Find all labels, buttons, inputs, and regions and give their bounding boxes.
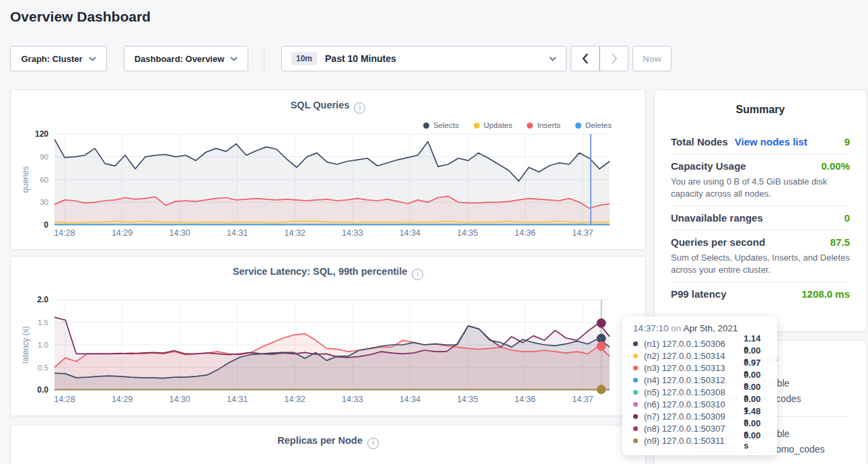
qps-subtext: Sum of Selects, Updates, Inserts, and De…	[671, 252, 850, 275]
svg-text:90: 90	[40, 153, 48, 161]
svg-text:0: 0	[44, 220, 48, 230]
service-latency-chart[interactable]: 0.00.51.01.52.0latency (s)14:2814:2914:3…	[11, 257, 645, 416]
time-range-badge: 10m	[291, 52, 317, 65]
summary-label: Total Nodes	[671, 136, 728, 147]
summary-label: Unavailable ranges	[671, 212, 763, 224]
summary-title: Summary	[671, 104, 850, 116]
sql-queries-card: SQL Queriesi Selects Updates Inserts Del…	[10, 90, 646, 250]
summary-label: Queries per second	[671, 236, 765, 248]
time-step-buttons	[571, 46, 628, 71]
svg-text:0.5: 0.5	[38, 364, 48, 372]
toolbar-divider	[264, 46, 264, 71]
overview-dashboard-page: Overview Dashboard Graph: Cluster Dashbo…	[0, 0, 868, 464]
svg-text:14:34: 14:34	[400, 228, 421, 238]
summary-panel: Summary Total Nodes View nodes list 9 Ca…	[654, 90, 867, 332]
svg-text:14:30: 14:30	[169, 228, 190, 238]
svg-text:14:33: 14:33	[342, 228, 363, 238]
replicas-per-node-card: Replicas per Nodei	[10, 425, 646, 464]
svg-text:30: 30	[40, 198, 48, 206]
svg-text:latency (s): latency (s)	[21, 326, 30, 363]
graph-dropdown[interactable]: Graph: Cluster	[10, 46, 107, 71]
svg-text:14:35: 14:35	[457, 228, 478, 238]
chevron-down-icon	[89, 57, 96, 61]
chart-title-text: Replicas per Node	[277, 435, 363, 446]
svg-text:14:34: 14:34	[400, 395, 421, 404]
divider	[671, 281, 850, 282]
svg-text:14:31: 14:31	[227, 395, 248, 404]
page-title: Overview Dashboard	[10, 9, 151, 25]
now-button[interactable]: Now	[632, 46, 672, 71]
svg-text:14:31: 14:31	[227, 228, 248, 238]
view-nodes-list-link[interactable]: View nodes list	[735, 136, 807, 147]
svg-text:2.0: 2.0	[37, 295, 48, 304]
dashboard-dropdown-label: Dashboard: Overview	[135, 54, 225, 64]
divider	[671, 154, 850, 154]
svg-text:14:33: 14:33	[342, 395, 363, 404]
svg-text:14:30: 14:30	[169, 395, 190, 404]
svg-text:14:29: 14:29	[112, 228, 133, 238]
svg-text:0.0: 0.0	[37, 385, 48, 395]
svg-text:14:29: 14:29	[112, 395, 133, 404]
divider	[671, 416, 850, 417]
capacity-subtext: You are using 0 B of 4.5 GiB usable disk…	[671, 176, 850, 199]
svg-text:14:28: 14:28	[54, 228, 75, 238]
summary-value: 1208.0 ms	[801, 288, 850, 300]
summary-label: Capacity Usage	[671, 160, 746, 172]
chevron-down-icon	[230, 57, 238, 61]
summary-value: 0	[844, 212, 850, 224]
svg-text:14:32: 14:32	[285, 228, 305, 238]
svg-text:60: 60	[40, 176, 48, 184]
summary-value: 87.5	[830, 236, 850, 248]
time-range-selector[interactable]: 10m Past 10 Minutes	[281, 46, 567, 71]
info-icon[interactable]: i	[367, 438, 379, 449]
time-range-label: Past 10 Minutes	[325, 53, 396, 64]
next-time-button[interactable]	[600, 46, 628, 71]
svg-text:14:35: 14:35	[457, 395, 478, 404]
svg-text:1.5: 1.5	[38, 319, 48, 327]
service-latency-card: Service Latency: SQL, 99th percentilei 0…	[10, 256, 646, 416]
summary-row-capacity: Capacity Usage 0.00%	[671, 160, 850, 172]
divider	[671, 230, 850, 230]
replicas-per-node-title: Replicas per Nodei	[11, 435, 645, 449]
summary-row-qps: Queries per second 87.5	[671, 236, 850, 248]
svg-text:14:37: 14:37	[572, 228, 593, 238]
summary-row-p99: P99 latency 1208.0 ms	[671, 288, 850, 300]
chevron-down-icon	[549, 57, 556, 61]
graph-dropdown-label: Graph: Cluster	[21, 54, 82, 64]
summary-row-total-nodes: Total Nodes View nodes list 9	[671, 136, 850, 147]
event-item[interactable]: User root created table movr.public.user…	[671, 426, 850, 457]
summary-value: 0.00%	[821, 160, 850, 172]
svg-text:1.0: 1.0	[38, 341, 48, 349]
event-item[interactable]: User root created table movr.public.prom…	[671, 376, 850, 407]
events-panel: Events User root created table movr.publ…	[654, 340, 867, 464]
sql-queries-chart[interactable]: 0306090120queries14:2814:2914:3014:3114:…	[11, 90, 645, 249]
dashboard-dropdown[interactable]: Dashboard: Overview	[124, 46, 248, 71]
summary-label: P99 latency	[671, 288, 727, 300]
summary-row-unavailable: Unavailable ranges 0	[671, 212, 850, 224]
svg-text:queries: queries	[21, 166, 30, 193]
events-title: Events	[671, 353, 850, 365]
svg-text:14:36: 14:36	[515, 228, 536, 238]
chevron-left-icon	[581, 53, 589, 65]
svg-text:14:37: 14:37	[572, 395, 593, 404]
svg-text:14:36: 14:36	[515, 395, 536, 404]
previous-time-button[interactable]	[571, 46, 600, 71]
summary-value: 9	[844, 136, 850, 147]
svg-text:14:32: 14:32	[285, 395, 305, 404]
divider	[671, 205, 850, 206]
svg-text:14:28: 14:28	[54, 395, 75, 404]
chevron-right-icon	[610, 53, 618, 65]
svg-text:120: 120	[35, 129, 48, 139]
